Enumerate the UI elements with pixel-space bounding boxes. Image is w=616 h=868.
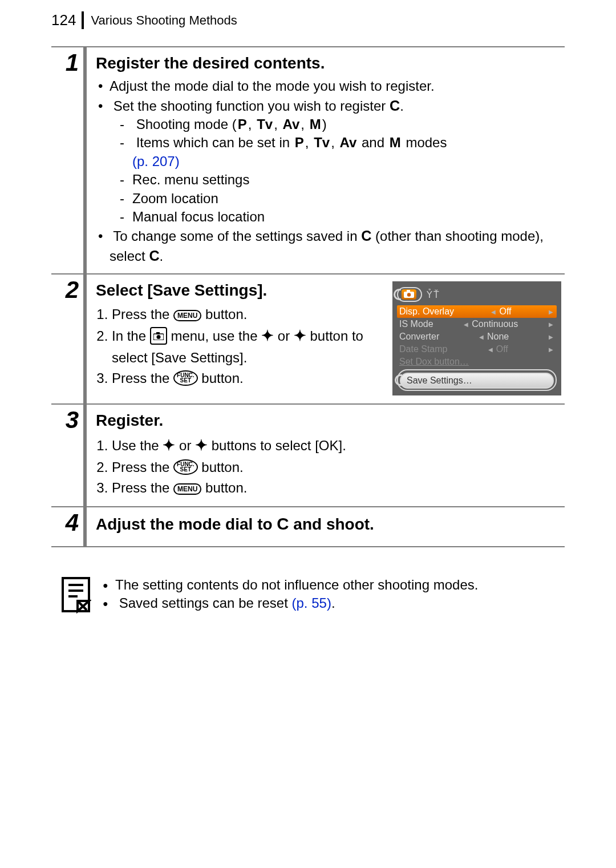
list-item: Press the FUNC.SET button. bbox=[112, 368, 383, 389]
list-item: Press the MENU button. bbox=[112, 478, 561, 498]
mode-p: P bbox=[237, 115, 248, 134]
lcd-row: IS Mode ◀Continuous ▶ bbox=[397, 318, 557, 330]
lcd-row: Date Stamp ◀Off ▶ bbox=[397, 343, 557, 356]
notes-section: The setting contents do not influence ot… bbox=[51, 576, 565, 617]
step-title: Register the desired contents. bbox=[96, 54, 561, 72]
dash-item: Manual focus location bbox=[132, 208, 561, 226]
menu-button-icon: MENU bbox=[173, 483, 201, 495]
list-item: Press the MENU button. bbox=[112, 304, 383, 325]
func-set-button-icon: FUNC.SET bbox=[173, 370, 198, 386]
dash-item: Zoom location bbox=[132, 189, 561, 208]
list-item: In the menu, use the ✦ or ✦ button to se… bbox=[112, 325, 383, 368]
svg-point-5 bbox=[407, 293, 411, 296]
c-mode-icon: C bbox=[277, 514, 289, 533]
bullet: Adjust the mode dial to the mode you wis… bbox=[110, 77, 561, 95]
c-mode-icon: C bbox=[361, 228, 371, 244]
up-arrow-icon: ✦ bbox=[261, 325, 274, 348]
mode-tv: Tv bbox=[313, 134, 331, 152]
step-number: 1 bbox=[66, 49, 79, 76]
svg-rect-6 bbox=[63, 578, 89, 611]
lcd-save-settings: Save Settings… bbox=[400, 373, 554, 389]
left-arrow-icon: ✦ bbox=[163, 434, 175, 457]
dash-item: Items which can be set in P, Tv, Av and … bbox=[132, 134, 561, 171]
svg-rect-1 bbox=[156, 332, 160, 334]
lcd-tab-selected bbox=[397, 287, 422, 302]
step-1: 1 Register the desired contents. Adjust … bbox=[51, 47, 565, 273]
svg-point-2 bbox=[156, 335, 160, 339]
c-mode-icon: C bbox=[390, 98, 400, 114]
page-ref-link[interactable]: (p. 207) bbox=[132, 154, 180, 169]
down-arrow-icon: ✦ bbox=[294, 325, 306, 348]
steps-list: 1 Register the desired contents. Adjust … bbox=[51, 46, 565, 547]
svg-rect-4 bbox=[407, 290, 410, 292]
dash-item: Shooting mode (P, Tv, Av, M) bbox=[132, 115, 561, 134]
step-2: 2 Select [Save Settings]. Press the MENU… bbox=[51, 273, 565, 403]
step-number: 4 bbox=[66, 509, 79, 536]
lcd-tools-tab: ỶŤ bbox=[427, 289, 440, 300]
lcd-save-highlight: Save Settings… bbox=[397, 369, 557, 391]
step-4: 4 Adjust the mode dial to C and shoot. bbox=[51, 506, 565, 547]
mode-m: M bbox=[309, 115, 322, 134]
step-title: Register. bbox=[96, 411, 561, 430]
c-mode-icon: C bbox=[149, 248, 159, 264]
right-arrow-icon: ✦ bbox=[195, 434, 208, 457]
dash-item: Rec. menu settings bbox=[132, 171, 561, 189]
camera-icon bbox=[402, 289, 416, 300]
step-number: 3 bbox=[66, 406, 79, 433]
step-title: Select [Save Settings]. bbox=[96, 281, 383, 300]
page-number: 124 bbox=[51, 11, 84, 29]
page-header: 124 Various Shooting Methods bbox=[51, 11, 565, 29]
camera-lcd-preview: ỶŤ Disp. Overlay ◀Off ▶ IS Mode ◀Continu… bbox=[392, 281, 561, 395]
mode-p: P bbox=[294, 134, 305, 152]
camera-tab-icon bbox=[150, 327, 167, 345]
lcd-row: Set Dox button… bbox=[397, 356, 557, 368]
page-ref-link[interactable]: (p. 55) bbox=[292, 595, 331, 611]
bullet: Set the shooting function you wish to re… bbox=[110, 96, 561, 227]
lcd-row: Disp. Overlay ◀Off ▶ bbox=[397, 305, 557, 318]
section-title: Various Shooting Methods bbox=[91, 13, 237, 28]
mode-av: Av bbox=[339, 134, 358, 152]
bullet: To change some of the settings saved in … bbox=[110, 226, 561, 265]
step-number: 2 bbox=[66, 276, 79, 303]
note-item: The setting contents do not influence ot… bbox=[103, 576, 478, 594]
step-title: Adjust the mode dial to C and shoot. bbox=[96, 514, 561, 534]
mode-m: M bbox=[388, 134, 402, 152]
mode-tv: Tv bbox=[256, 115, 274, 134]
lcd-row: Converter ◀None ▶ bbox=[397, 330, 557, 343]
list-item: Press the FUNC.SET button. bbox=[112, 457, 561, 478]
note-item: Saved settings can be reset (p. 55). bbox=[103, 594, 478, 612]
step-3: 3 Register. Use the ✦ or ✦ buttons to se… bbox=[51, 403, 565, 506]
menu-button-icon: MENU bbox=[173, 310, 201, 321]
mode-av: Av bbox=[282, 115, 301, 134]
list-item: Use the ✦ or ✦ buttons to select [OK]. bbox=[112, 434, 561, 457]
note-icon bbox=[60, 576, 91, 617]
func-set-button-icon: FUNC.SET bbox=[173, 459, 198, 475]
